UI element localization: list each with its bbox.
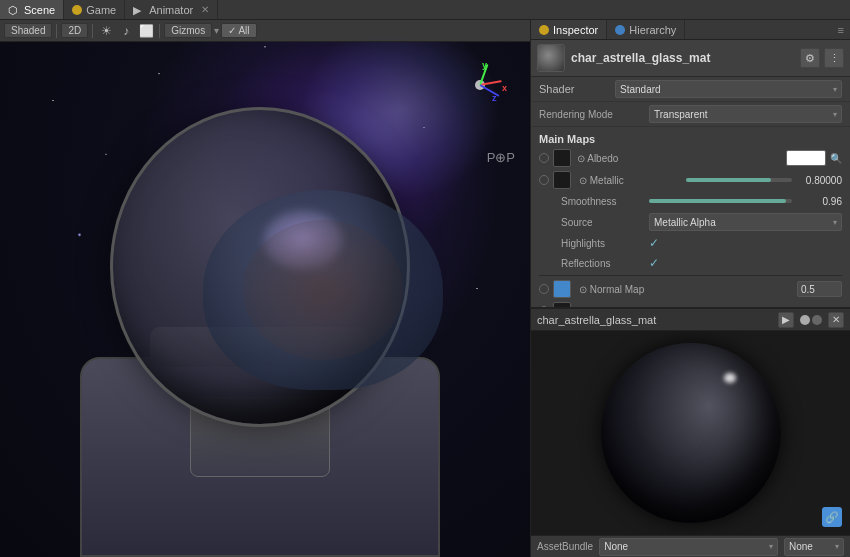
viewport[interactable]: Shaded 2D ☀ ♪ ⬜ Gizmos ▾ ✓ All x y z: [0, 20, 530, 557]
shader-value: Standard: [620, 84, 661, 95]
normal-map-label: ⊙ Normal Map: [575, 284, 797, 295]
albedo-texture[interactable]: [553, 149, 571, 167]
inspector-content[interactable]: char_astrella_glass_mat ⚙ ⋮ Shader Stand…: [531, 40, 850, 307]
viewport-toolbar: Shaded 2D ☀ ♪ ⬜ Gizmos ▾ ✓ All: [0, 20, 530, 42]
preview-header: char_astrella_glass_mat ▶ ✕: [531, 309, 850, 331]
main-layout: Shaded 2D ☀ ♪ ⬜ Gizmos ▾ ✓ All x y z: [0, 20, 850, 557]
gizmos-btn[interactable]: Gizmos: [164, 23, 212, 38]
highlights-label: Highlights: [539, 238, 649, 249]
shader-row: Shader Standard ▾: [531, 77, 850, 102]
preview-close-btn[interactable]: ✕: [828, 312, 844, 328]
highlights-row: Highlights ✓: [539, 233, 842, 253]
divider: [539, 275, 842, 276]
asset-bundle-row: AssetBundle None ▾ None ▾: [531, 535, 850, 557]
audio-icon[interactable]: ♪: [117, 22, 135, 40]
asset-bundle-dropdown-1[interactable]: None ▾: [599, 538, 778, 556]
gizmo-y-label: y: [482, 60, 487, 70]
gizmo-x-label: x: [502, 83, 507, 93]
metallic-row: ⊙ Metallic 0.80000: [539, 169, 842, 191]
highlights-check[interactable]: ✓: [649, 236, 659, 250]
source-value: Metallic Alpha: [654, 217, 716, 228]
gizmos-arrow: ▾: [214, 25, 219, 36]
checkmark-icon: ✓: [228, 25, 236, 36]
metallic-slider[interactable]: [686, 178, 793, 182]
preview-canvas[interactable]: 🔗: [531, 331, 850, 535]
normal-map-texture[interactable]: [553, 280, 571, 298]
material-sphere: [601, 343, 781, 523]
preview-play-btn[interactable]: ▶: [778, 312, 794, 328]
toolbar-sep3: [159, 24, 160, 38]
animator-tab-label: Animator: [149, 4, 193, 16]
panel-close-btn[interactable]: ≡: [832, 20, 850, 39]
right-panel: Inspector Hierarchy ≡ char_astrella_glas…: [530, 20, 850, 557]
face-shadow: [243, 220, 403, 360]
game-icon: [72, 5, 82, 15]
preview-area: char_astrella_glass_mat ▶ ✕ 🔗 AssetBundl…: [531, 307, 850, 557]
source-row: Source Metallic Alpha ▾: [539, 211, 842, 233]
albedo-label: ⊙ Albedo: [575, 153, 786, 164]
shading-btn[interactable]: Shaded: [4, 23, 52, 38]
metallic-texture[interactable]: [553, 171, 571, 189]
preview-dot-1: [800, 315, 810, 325]
top-tab-bar: ⬡ Scene Game ▶ Animator ✕: [0, 0, 850, 20]
smoothness-row: Smoothness 0.96: [539, 191, 842, 211]
panel-tabs: Inspector Hierarchy ≡: [531, 20, 850, 40]
helmet: [110, 107, 410, 427]
component-actions: ⚙ ⋮: [800, 48, 844, 68]
material-name: char_astrella_glass_mat: [571, 51, 794, 65]
sphere-highlight: [724, 373, 736, 383]
animator-close[interactable]: ✕: [201, 4, 209, 15]
scene-tab[interactable]: ⬡ Scene: [0, 0, 64, 19]
preview-dot-2: [812, 315, 822, 325]
helmet-visor: [203, 190, 443, 390]
reflections-label: Reflections: [539, 258, 649, 269]
preview-title: char_astrella_glass_mat: [537, 314, 772, 326]
animator-icon: ▶: [133, 4, 145, 16]
scene-tab-label: Scene: [24, 4, 55, 16]
transform-gizmo[interactable]: x y z: [450, 55, 510, 115]
albedo-row: ⊙ Albedo 🔍: [539, 147, 842, 169]
rendering-mode-row: Rendering Mode Transparent ▾: [531, 102, 850, 127]
hierarchy-tab[interactable]: Hierarchy: [607, 20, 685, 39]
pp-label: P⊕P: [487, 150, 515, 165]
normal-map-value[interactable]: 0.5: [797, 281, 842, 297]
source-arrow: ▾: [833, 218, 837, 227]
kebab-btn[interactable]: ⋮: [824, 48, 844, 68]
smoothness-fill: [649, 199, 786, 203]
sun-icon[interactable]: ☀: [97, 22, 115, 40]
normal-map-row: ⊙ Normal Map 0.5: [539, 278, 842, 300]
smoothness-slider[interactable]: [649, 199, 792, 203]
normal-circle: [539, 284, 549, 294]
hierarchy-icon: [615, 25, 625, 35]
reflections-check[interactable]: ✓: [649, 256, 659, 270]
albedo-color-swatch[interactable]: [786, 150, 826, 166]
2d-btn[interactable]: 2D: [61, 23, 88, 38]
shader-label: Shader: [539, 83, 609, 95]
metallic-value: 0.80000: [792, 175, 842, 186]
height-map-row: ⊙ Height Map: [539, 300, 842, 307]
settings-btn[interactable]: ⚙: [800, 48, 820, 68]
all-btn[interactable]: ✓ All: [221, 23, 256, 38]
eyedropper-icon[interactable]: 🔍: [830, 153, 842, 164]
shader-arrow: ▾: [833, 85, 837, 94]
asset-bundle-none-1: None: [604, 541, 628, 552]
asset-bundle-dropdown-2[interactable]: None ▾: [784, 538, 844, 556]
material-thumbnail: [537, 44, 565, 72]
inspector-tab[interactable]: Inspector: [531, 20, 607, 39]
metallic-label: ⊙ Metallic: [575, 175, 686, 186]
asset-bundle-none-2: None: [789, 541, 813, 552]
gizmo-z-label: z: [492, 93, 497, 103]
link-icon[interactable]: 🔗: [822, 507, 842, 527]
toolbar-sep1: [56, 24, 57, 38]
shader-select[interactable]: Standard ▾: [615, 80, 842, 98]
inspector-tab-label: Inspector: [553, 24, 598, 36]
astronaut: [50, 77, 470, 557]
main-maps-section: Main Maps ⊙ Albedo 🔍 ⊙ Metallic: [531, 127, 850, 307]
game-tab[interactable]: Game: [64, 0, 125, 19]
animator-tab[interactable]: ▶ Animator ✕: [125, 0, 218, 19]
rendering-mode-label: Rendering Mode: [539, 109, 649, 120]
display-icon[interactable]: ⬜: [137, 22, 155, 40]
inspector-icon: [539, 25, 549, 35]
source-dropdown[interactable]: Metallic Alpha ▾: [649, 213, 842, 231]
rendering-mode-dropdown[interactable]: Transparent ▾: [649, 105, 842, 123]
